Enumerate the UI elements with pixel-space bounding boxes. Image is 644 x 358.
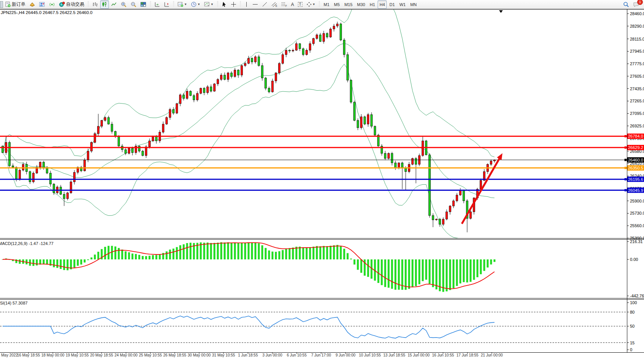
label: 26784.0 xyxy=(628,134,643,138)
label: 28115.0 xyxy=(630,37,644,41)
tf-button-M1[interactable]: M1 xyxy=(322,0,331,9)
macd-axis[interactable]: 216.310.00-442.76 xyxy=(627,239,644,298)
svg-text:F: F xyxy=(285,5,287,7)
fibonacci-icon: F xyxy=(281,2,287,7)
horizontal-line-icon xyxy=(252,2,258,7)
label: 19 May 10:55 xyxy=(66,353,89,357)
tile-windows-button[interactable] xyxy=(139,0,148,9)
equidistant-channel-tool[interactable]: E xyxy=(270,0,279,9)
label: 27095.0 xyxy=(630,111,644,116)
toolbar-grip[interactable] xyxy=(239,1,242,8)
dropdown-caret: ▼ xyxy=(184,3,187,6)
trendline-tool[interactable] xyxy=(260,0,269,9)
label: 25 May 10:55 xyxy=(139,353,162,357)
bar-chart-mode-button[interactable] xyxy=(91,0,99,9)
toolbar-grip[interactable] xyxy=(87,1,90,8)
zoom-out-button[interactable] xyxy=(129,0,138,9)
search-icon xyxy=(623,2,629,8)
label: 28460.0 xyxy=(630,11,644,16)
label: 0 xyxy=(630,347,632,352)
label: 27945.0 xyxy=(630,49,644,53)
tf-button-M5[interactable]: M5 xyxy=(332,0,342,9)
toolbar-grip[interactable] xyxy=(216,1,219,8)
zoom-in-button[interactable] xyxy=(119,0,128,9)
time-axis[interactable]: May 202216 May 18:5518 May 00:0019 May 1… xyxy=(1,352,503,357)
signal-icon xyxy=(49,2,55,7)
vertical-line-tool[interactable] xyxy=(243,0,250,9)
label: 26460.0 xyxy=(628,158,643,162)
time-marker xyxy=(499,10,503,13)
tf-button-M30[interactable]: M30 xyxy=(355,0,367,9)
trendline-icon xyxy=(262,2,268,7)
macd-title: MACD(12,26,9) -1.47 -124.77 xyxy=(0,241,54,246)
profile-button[interactable] xyxy=(38,0,47,9)
rsi-axis[interactable]: 1008050150 xyxy=(0,300,637,352)
search-button[interactable] xyxy=(622,0,631,9)
tf-button-H1[interactable]: H1 xyxy=(368,0,377,9)
new-chart-icon xyxy=(178,2,183,7)
fibonacci-tool[interactable]: F xyxy=(280,0,289,9)
tf-button-H4[interactable]: H4 xyxy=(378,0,387,9)
arrows-tool[interactable]: ▼ xyxy=(305,0,317,9)
tf-button-MN[interactable]: MN xyxy=(408,0,419,9)
tf-button-M15[interactable]: M15 xyxy=(342,0,354,9)
period-button[interactable]: ▼ xyxy=(189,0,202,9)
cursor-icon xyxy=(222,2,227,7)
template-chart-icon xyxy=(204,2,210,7)
toolbar-grip[interactable] xyxy=(149,1,152,8)
label: 15 xyxy=(630,341,635,345)
label: 27435.0 xyxy=(630,86,644,91)
label: 9 Jun 00:00 xyxy=(335,353,356,357)
tf-button-W1[interactable]: W1 xyxy=(397,0,408,9)
text-label-glyph: T xyxy=(298,2,302,7)
new-order-button[interactable]: 新订单 xyxy=(3,0,27,9)
price-axis[interactable]: 28460.028290.028115.027945.027775.027605… xyxy=(627,11,644,240)
label: 25900.0 xyxy=(630,199,644,203)
chart-window[interactable]: 28460.028290.028115.027945.027775.027605… xyxy=(0,0,644,358)
label: 26195.6 xyxy=(628,177,643,182)
line-chart-icon xyxy=(111,2,117,7)
label: 15 Jun 00:00 xyxy=(408,353,430,357)
template-button[interactable]: ▼ xyxy=(203,0,215,9)
auto-scroll-icon xyxy=(154,2,160,7)
label: 27775.0 xyxy=(630,61,644,66)
chart-shift-button[interactable] xyxy=(162,0,171,9)
text-label-tool[interactable]: T xyxy=(296,0,304,9)
label: 25560.0 xyxy=(630,223,644,228)
label: 13 Jun 18:55 xyxy=(383,353,405,357)
candles-layer[interactable] xyxy=(2,22,496,232)
toolbar-grip[interactable] xyxy=(318,1,321,8)
chart-shift-icon xyxy=(164,2,170,7)
bar-chart-icon xyxy=(92,2,98,7)
label: 27265.0 xyxy=(630,99,644,103)
label: 3 Jun 00:00 xyxy=(262,353,282,357)
candlestick-mode-button[interactable] xyxy=(100,0,109,9)
new-order-label: 新订单 xyxy=(12,1,25,8)
tf-button-D1[interactable]: D1 xyxy=(387,0,397,9)
bollinger-bands xyxy=(3,0,494,246)
autotrading-label: 自动交易 xyxy=(66,1,84,8)
level-lines[interactable] xyxy=(0,136,627,190)
label: 18 May 00:00 xyxy=(41,353,65,357)
market-watch-signal-button[interactable] xyxy=(47,0,57,9)
macd-pane[interactable] xyxy=(2,242,496,292)
label: 1 Jun 18:55 xyxy=(238,353,258,357)
crosshair-tool-button[interactable] xyxy=(229,0,238,9)
notifications-button[interactable]: 1 xyxy=(631,0,641,9)
bollinger-lower-band xyxy=(3,64,494,246)
auto-scroll-button[interactable] xyxy=(153,0,162,9)
history-center-button[interactable] xyxy=(28,0,37,9)
dropdown-caret: ▼ xyxy=(312,3,315,6)
label: 50 xyxy=(630,324,635,328)
new-chart-button[interactable]: ▼ xyxy=(176,0,189,9)
dropdown-caret: ▼ xyxy=(211,3,214,6)
cursor-tool-button[interactable] xyxy=(220,0,228,9)
text-tool[interactable]: A xyxy=(290,0,296,9)
trend-arrow[interactable] xyxy=(462,153,502,224)
line-chart-mode-button[interactable] xyxy=(110,0,118,9)
rsi-pane[interactable] xyxy=(3,316,494,338)
autotrading-button[interactable]: 自动交易 xyxy=(57,0,86,9)
horizontal-line-tool[interactable] xyxy=(251,0,260,9)
autotrading-icon xyxy=(59,2,65,7)
toolbar-grip[interactable] xyxy=(172,1,175,8)
